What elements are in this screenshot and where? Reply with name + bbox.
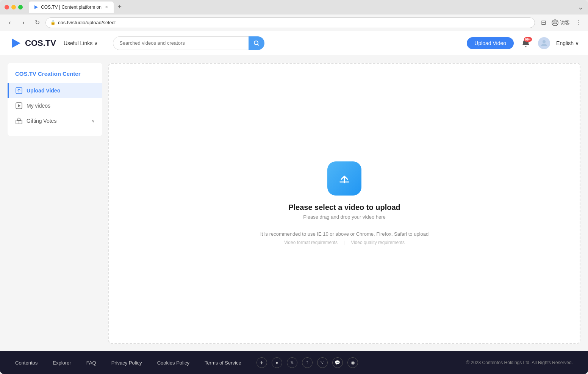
sidebar-item-upload-video[interactable]: Upload Video bbox=[8, 83, 102, 98]
footer-link-cookies[interactable]: Cookies Policy bbox=[157, 360, 189, 366]
svg-rect-15 bbox=[339, 181, 349, 183]
sidebar-item-gifting-votes-label: Gifting Votes bbox=[27, 118, 56, 124]
notification-badge: 99+ bbox=[524, 37, 532, 42]
reload-button[interactable]: ↻ bbox=[32, 17, 42, 28]
upload-recommendation: It is recommended to use IE 10 or above … bbox=[260, 231, 428, 237]
video-format-requirements-link[interactable]: Video format requirements bbox=[284, 240, 338, 245]
upload-main-title: Please select a video to upload bbox=[288, 203, 400, 212]
window-controls: ⌄ bbox=[578, 3, 583, 11]
search-button[interactable] bbox=[249, 36, 264, 50]
maximize-traffic-light[interactable] bbox=[18, 5, 23, 9]
useful-links-label: Useful Links bbox=[64, 40, 92, 46]
minimize-traffic-light[interactable] bbox=[11, 5, 16, 9]
browser-nav-right: ⊟ 访客 ⋮ bbox=[538, 17, 583, 28]
upload-subtitle: Please drag and drop your video here bbox=[303, 214, 386, 220]
social-twitter-icon[interactable]: 𝕏 bbox=[287, 357, 297, 368]
url-text: cos.tv/studio/upload/select bbox=[58, 20, 116, 25]
app-header: COS.TV Useful Links ∨ Upload Video bbox=[0, 31, 588, 55]
social-chat-icon[interactable]: 💬 bbox=[332, 357, 343, 368]
footer-link-terms[interactable]: Terms of Service bbox=[205, 360, 241, 366]
app-content: COS.TV Useful Links ∨ Upload Video bbox=[0, 31, 588, 374]
upload-video-icon bbox=[15, 87, 23, 94]
header-right: Upload Video 99+ English ∨ bbox=[467, 37, 579, 49]
svg-point-8 bbox=[543, 40, 546, 43]
footer-link-contentos[interactable]: Contentos bbox=[15, 360, 38, 366]
link-divider: | bbox=[344, 240, 345, 245]
visitor-label: 访客 bbox=[560, 19, 570, 26]
address-bar[interactable]: 🔒 cos.tv/studio/upload/select bbox=[45, 17, 535, 28]
active-tab[interactable]: COS.TV | Content platform on ✕ bbox=[29, 2, 114, 13]
language-arrow: ∨ bbox=[575, 40, 579, 46]
tab-title: COS.TV | Content platform on bbox=[41, 5, 102, 10]
useful-links-menu[interactable]: Useful Links ∨ bbox=[64, 40, 98, 46]
traffic-lights bbox=[5, 5, 23, 9]
social-reddit-icon[interactable]: ◉ bbox=[347, 357, 358, 368]
avatar[interactable] bbox=[538, 37, 550, 49]
upload-video-header-button[interactable]: Upload Video bbox=[467, 37, 514, 49]
sidebar-item-my-videos-label: My videos bbox=[27, 103, 50, 109]
gifting-votes-icon bbox=[15, 117, 23, 125]
forward-button[interactable]: › bbox=[18, 17, 29, 28]
sidebar-item-gifting-votes[interactable]: Gifting Votes ∨ bbox=[8, 113, 102, 128]
new-tab-button[interactable]: + bbox=[115, 3, 124, 12]
social-github-icon[interactable]: ⌥ bbox=[317, 357, 328, 368]
lock-icon: 🔒 bbox=[50, 20, 56, 25]
main-layout: COS.TV Creation Center Upload Video bbox=[0, 55, 588, 351]
svg-point-7 bbox=[525, 46, 527, 47]
tab-favicon bbox=[33, 5, 39, 10]
sidebar-item-my-videos[interactable]: My videos bbox=[8, 98, 102, 113]
split-screen-button[interactable]: ⊟ bbox=[538, 17, 549, 28]
footer-social: ✈ ● 𝕏 f ⌥ 💬 ◉ bbox=[256, 357, 358, 368]
logo[interactable]: COS.TV bbox=[9, 36, 56, 50]
social-facebook-icon[interactable]: f bbox=[302, 357, 313, 368]
footer-copyright: © 2023 Contentos Holdings Ltd. All Right… bbox=[466, 360, 573, 365]
social-costos-icon[interactable]: ● bbox=[272, 357, 282, 368]
browser-titlebar: COS.TV | Content platform on ✕ + ⌄ bbox=[0, 0, 588, 14]
upload-icon-container bbox=[327, 161, 361, 196]
svg-marker-11 bbox=[18, 104, 20, 107]
search-input[interactable] bbox=[113, 36, 249, 50]
tab-close-button[interactable]: ✕ bbox=[104, 5, 109, 10]
notification-icon[interactable]: 99+ bbox=[520, 37, 532, 49]
video-quality-requirements-link[interactable]: Video quality requirements bbox=[351, 240, 405, 245]
social-telegram-icon[interactable]: ✈ bbox=[256, 357, 267, 368]
sidebar-title: COS.TV Creation Center bbox=[8, 70, 102, 83]
window-control-icon: ⌄ bbox=[578, 3, 583, 11]
useful-links-arrow: ∨ bbox=[94, 40, 98, 46]
footer-link-privacy[interactable]: Privacy Policy bbox=[111, 360, 142, 366]
browser-window: COS.TV | Content platform on ✕ + ⌄ ‹ › ↻… bbox=[0, 0, 588, 374]
svg-line-6 bbox=[258, 44, 259, 45]
search-area bbox=[113, 36, 264, 50]
svg-point-2 bbox=[554, 21, 556, 23]
sidebar: COS.TV Creation Center Upload Video bbox=[8, 63, 102, 136]
browser-navbar: ‹ › ↻ 🔒 cos.tv/studio/upload/select ⊟ 访客… bbox=[0, 14, 588, 31]
my-videos-icon bbox=[15, 102, 23, 110]
sidebar-item-upload-video-label: Upload Video bbox=[27, 88, 60, 94]
close-traffic-light[interactable] bbox=[5, 5, 9, 9]
svg-marker-0 bbox=[34, 5, 38, 9]
footer-links: Contentos Explorer FAQ Privacy Policy Co… bbox=[15, 360, 241, 366]
logo-text: COS.TV bbox=[25, 38, 56, 48]
upload-drop-area[interactable]: Please select a video to upload Please d… bbox=[108, 63, 580, 344]
footer-link-faq[interactable]: FAQ bbox=[86, 360, 96, 366]
upload-links: Video format requirements | Video qualit… bbox=[284, 240, 405, 245]
more-options-button[interactable]: ⋮ bbox=[573, 17, 583, 28]
language-selector[interactable]: English ∨ bbox=[556, 40, 579, 46]
tab-bar: COS.TV | Content platform on ✕ + bbox=[29, 2, 575, 13]
back-button[interactable]: ‹ bbox=[5, 17, 15, 28]
language-label: English bbox=[556, 40, 574, 46]
gifting-votes-arrow: ∨ bbox=[92, 119, 95, 124]
footer-link-explorer[interactable]: Explorer bbox=[53, 360, 71, 366]
visitor-button[interactable]: 访客 bbox=[552, 19, 570, 26]
app-footer: Contentos Explorer FAQ Privacy Policy Co… bbox=[0, 351, 588, 374]
